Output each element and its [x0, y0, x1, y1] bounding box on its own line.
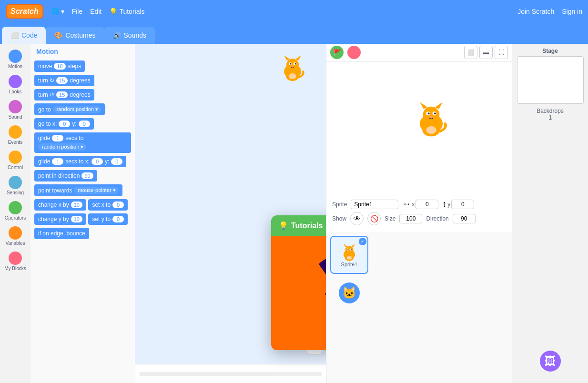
category-operators[interactable]: Operators: [0, 199, 30, 222]
svg-marker-27: [420, 102, 427, 109]
size-input[interactable]: [399, 214, 422, 223]
green-flag-button[interactable]: 🚩: [330, 46, 344, 59]
blocks-title: Motion: [34, 48, 131, 55]
category-sound[interactable]: Sound: [0, 98, 30, 121]
scratch-logo[interactable]: Scratch: [6, 4, 43, 19]
category-motion[interactable]: Motion: [0, 48, 30, 71]
block-if-on-edge[interactable]: if on edge, bounce: [34, 228, 89, 239]
looks-dot: [9, 75, 22, 88]
language-selector[interactable]: 🌐 ▾: [51, 8, 64, 15]
sprite-list: ✓ Sprite1 🐱: [326, 232, 512, 383]
block-point-towards[interactable]: point towards mouse-pointer ▾: [34, 184, 122, 196]
nav-right: Join Scratch Sign in: [517, 8, 582, 15]
backdrops-count: 1: [548, 114, 552, 121]
sign-in-link[interactable]: Sign in: [562, 8, 582, 15]
sprite-thumbnail-sprite1[interactable]: ✓ Sprite1: [330, 236, 368, 274]
file-menu[interactable]: File: [72, 8, 83, 15]
svg-marker-39: [351, 244, 355, 247]
block-go-to-xy[interactable]: go to x: 0 y: 0: [34, 118, 94, 130]
category-control[interactable]: Control: [0, 149, 30, 172]
tab-costumes[interactable]: 🎨 Costumes: [46, 27, 104, 44]
block-turn-ccw[interactable]: turn ↺ 15 degrees: [34, 89, 94, 101]
add-sprite-area: 🐱: [330, 282, 368, 321]
costumes-icon: 🎨: [54, 31, 62, 39]
scrollbar-track[interactable]: [139, 372, 322, 376]
x-input[interactable]: [416, 200, 438, 209]
stage-col-label: Stage: [542, 48, 558, 54]
variables-label: Variables: [6, 241, 25, 246]
sprite-name-input[interactable]: [351, 200, 398, 209]
tab-code[interactable]: ⬜ Code: [2, 27, 46, 44]
sprite-selected-badge: ✓: [359, 238, 366, 245]
category-events[interactable]: Events: [0, 123, 30, 147]
stage-canvas: [326, 61, 512, 195]
add-sprite-button[interactable]: 🐱: [339, 282, 360, 303]
show-eye-button[interactable]: 👁: [350, 212, 364, 225]
looks-label: Looks: [9, 89, 22, 94]
sprite-props-row: Show 👁 🚫 Size Direction: [332, 212, 506, 225]
svg-point-8: [292, 66, 294, 67]
show-label: Show: [332, 215, 346, 222]
code-area[interactable]: 💡 Tutorials ⊡ Shrink: [135, 44, 326, 383]
motion-dot: [9, 50, 22, 63]
svg-point-6: [290, 63, 292, 65]
svg-point-33: [430, 116, 432, 118]
join-scratch-link[interactable]: Join Scratch: [517, 8, 554, 15]
stage-cat-sprite: [412, 100, 450, 140]
control-label: Control: [8, 165, 23, 170]
category-sensing[interactable]: Sensing: [0, 174, 30, 197]
sensing-dot: [9, 176, 22, 189]
block-glide-xy[interactable]: glide 1 secs to x: 0 y: 0: [34, 156, 126, 167]
navbar: Scratch 🌐 ▾ File Edit 💡 Tutorials Join S…: [0, 0, 588, 23]
stop-button[interactable]: [347, 46, 361, 59]
bottom-scrollbar[interactable]: [135, 364, 326, 383]
block-turn-cw[interactable]: turn ↻ 15 degrees: [34, 75, 94, 86]
block-move[interactable]: move 10 steps: [34, 60, 85, 72]
svg-point-10: [289, 73, 296, 79]
tutorial-video[interactable]: ▶ →: [271, 236, 326, 350]
category-variables[interactable]: Variables: [0, 224, 30, 248]
block-set-y[interactable]: set y to 0: [88, 213, 128, 225]
hide-eye-button[interactable]: 🚫: [367, 212, 381, 225]
block-point-direction[interactable]: point in direction 90: [34, 170, 97, 181]
direction-label: Direction: [426, 215, 448, 222]
tutorial-overlay: 💡 Tutorials ⊡ Shrink: [271, 215, 326, 350]
svg-marker-3: [295, 55, 301, 60]
block-glide-random[interactable]: glide 1 secs to random position ▾: [34, 132, 131, 153]
stage-panel: 🚩 ⬜ ▬ ⛶: [326, 44, 512, 383]
svg-marker-28: [435, 102, 443, 109]
cat-sprite: [278, 53, 307, 84]
tutorial-lightbulb-icon: 💡: [279, 221, 288, 230]
fullscreen-button[interactable]: ⛶: [495, 46, 508, 59]
stage-mini-preview[interactable]: [517, 56, 584, 104]
block-set-x[interactable]: set x to 0: [88, 199, 128, 211]
sound-label: Sound: [9, 114, 22, 120]
sprite-info: Sprite ↔ x ↕ y Show 👁 🚫 Size: [326, 195, 512, 232]
category-looks[interactable]: Looks: [0, 73, 30, 96]
backdrops-label: Backdrops: [537, 108, 564, 114]
small-stage-button[interactable]: ⬜: [464, 46, 477, 59]
y-coord-group: ↕ y: [442, 199, 474, 209]
svg-point-31: [428, 112, 430, 114]
sprite-name-row: Sprite ↔ x ↕ y: [332, 199, 506, 209]
svg-point-42: [347, 249, 348, 250]
events-dot: [9, 125, 22, 139]
block-go-to[interactable]: go to random position ▾: [34, 103, 105, 115]
svg-point-37: [345, 246, 353, 254]
tutorials-button[interactable]: 💡 Tutorials: [109, 8, 144, 15]
add-sprite-icon: 🐱: [342, 286, 356, 300]
direction-input[interactable]: [453, 214, 476, 223]
sprite-label: Sprite: [332, 201, 347, 208]
y-label: y: [447, 201, 450, 208]
edit-menu[interactable]: Edit: [90, 8, 101, 15]
block-change-y[interactable]: change y by 10: [34, 213, 86, 225]
category-myblocks[interactable]: My Blocks: [0, 250, 30, 273]
events-label: Events: [8, 140, 23, 145]
code-icon: ⬜: [10, 31, 19, 39]
tab-sounds[interactable]: 🔊 Sounds: [104, 27, 155, 44]
y-input[interactable]: [451, 200, 474, 209]
guitar-image: [302, 245, 326, 341]
large-stage-button[interactable]: ▬: [479, 46, 493, 59]
block-change-x[interactable]: change x by 10: [34, 199, 86, 211]
add-backdrop-button[interactable]: 🖼: [540, 351, 561, 372]
